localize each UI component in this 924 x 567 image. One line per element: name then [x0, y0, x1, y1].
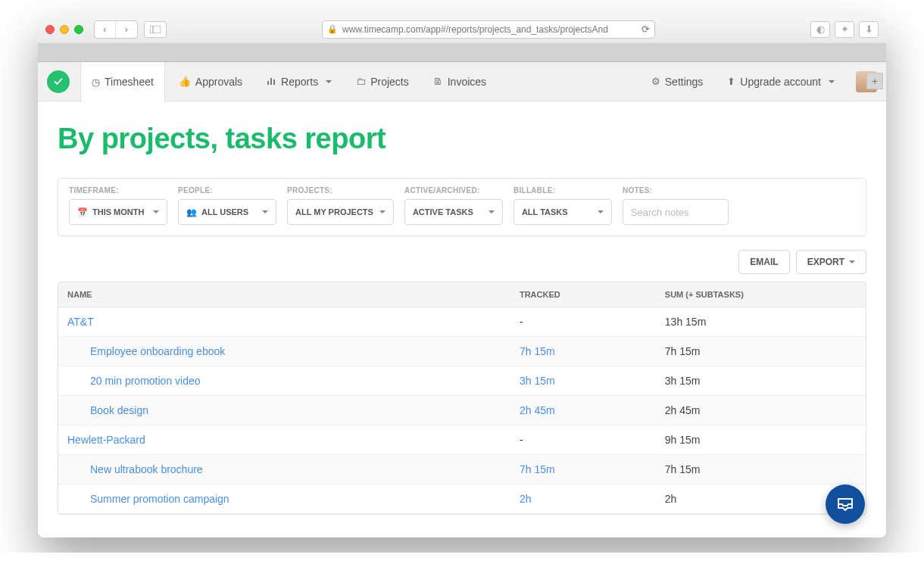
- filter-label-timeframe: TIMEFRAME:: [69, 186, 167, 195]
- filter-value: THIS MONTH: [92, 207, 144, 217]
- url-text: www.timecamp.com/app#/reports/projects_a…: [342, 24, 637, 35]
- filter-people[interactable]: 👥ALL USERS: [178, 199, 276, 225]
- filter-bar: TIMEFRAME: 📅THIS MONTH PEOPLE: 👥ALL USER…: [58, 178, 866, 236]
- back-button[interactable]: ‹: [95, 21, 116, 38]
- table-row: AT&T-13h 15m: [58, 307, 866, 337]
- nav-settings[interactable]: ⚙ Settings: [641, 62, 714, 101]
- row-sum-value: 3h 15m: [665, 375, 701, 387]
- extension-download-icon[interactable]: ⬇: [859, 21, 879, 38]
- page-content: By projects, tasks report TIMEFRAME: 📅TH…: [38, 101, 886, 515]
- row-tracked-link[interactable]: 2h 45m: [520, 404, 555, 416]
- chevron-down-icon: [489, 210, 495, 217]
- row-name-link[interactable]: Hewlett-Packard: [67, 434, 145, 446]
- maximize-window-icon[interactable]: [74, 25, 83, 34]
- filter-billable[interactable]: ALL TASKS: [514, 199, 612, 225]
- email-button[interactable]: EMAIL: [738, 250, 789, 274]
- filter-timeframe[interactable]: 📅THIS MONTH: [69, 199, 167, 225]
- browser-tabbar: +: [38, 44, 886, 62]
- extension-adblock-icon[interactable]: ◐: [810, 21, 830, 38]
- nav-timesheet[interactable]: ◷ Timesheet: [80, 62, 165, 102]
- col-header-sum[interactable]: SUM (+ SUBTASKS): [656, 282, 866, 307]
- inbox-icon: [836, 495, 854, 513]
- browser-window: ‹ › 🔒 www.timecamp.com/app#/reports/proj…: [38, 15, 886, 537]
- thumbs-up-icon: 👍: [179, 76, 191, 87]
- row-tracked-link[interactable]: 3h 15m: [520, 375, 555, 387]
- nav-label: Approvals: [195, 76, 242, 88]
- url-bar[interactable]: 🔒 www.timecamp.com/app#/reports/projects…: [322, 20, 655, 39]
- chevron-down-icon: [849, 260, 855, 266]
- row-name-link[interactable]: Book design: [67, 404, 148, 416]
- row-tracked-value: -: [520, 434, 523, 446]
- table-row: 20 min promotion video3h 15m3h 15m: [58, 366, 866, 396]
- filter-value: ALL USERS: [201, 207, 248, 217]
- document-icon: 🗎: [433, 76, 443, 87]
- nav-label: Reports: [281, 76, 318, 88]
- filter-label-active: ACTIVE/ARCHIVED:: [404, 186, 503, 195]
- col-header-name[interactable]: NAME: [58, 282, 510, 307]
- sidebar-toggle-button[interactable]: [144, 21, 167, 38]
- row-tracked-link[interactable]: 7h 15m: [520, 463, 555, 475]
- filter-label-projects: PROJECTS:: [287, 186, 394, 195]
- upload-icon: ⬆: [727, 76, 735, 87]
- report-table: NAME TRACKED SUM (+ SUBTASKS) AT&T-13h 1…: [58, 282, 866, 515]
- nav-label: Timesheet: [105, 76, 154, 88]
- nav-projects[interactable]: 🗀 Projects: [345, 62, 420, 101]
- col-header-tracked[interactable]: TRACKED: [510, 282, 656, 307]
- filter-active[interactable]: ACTIVE TASKS: [404, 199, 503, 225]
- nav-invoices[interactable]: 🗎 Invoices: [423, 62, 497, 101]
- bar-chart-icon: [267, 76, 276, 88]
- row-name-link[interactable]: Employee onboarding ebook: [67, 345, 225, 357]
- forward-button[interactable]: ›: [116, 21, 137, 38]
- calendar-icon: 📅: [77, 207, 88, 217]
- users-icon: 👥: [186, 207, 197, 217]
- nav-label: Projects: [370, 76, 409, 88]
- row-name-link[interactable]: New ultrabook brochure: [67, 463, 203, 475]
- chevron-down-icon: [598, 210, 604, 217]
- svg-rect-4: [270, 78, 272, 85]
- nav-label: Upgrade account: [740, 76, 821, 88]
- row-name-link[interactable]: 20 min promotion video: [67, 375, 201, 387]
- row-sum-value: 7h 15m: [665, 463, 701, 475]
- row-tracked-link[interactable]: 2h: [520, 493, 532, 505]
- row-sum-value: 13h 15m: [665, 316, 706, 328]
- nav-label: Invoices: [448, 76, 486, 88]
- logo[interactable]: [47, 70, 70, 93]
- svg-rect-3: [267, 81, 269, 85]
- button-label: EMAIL: [750, 257, 778, 267]
- export-button[interactable]: EXPORT: [796, 250, 866, 274]
- clock-icon: ◷: [92, 76, 100, 88]
- filter-label-notes: NOTES:: [623, 186, 729, 195]
- browser-chrome: ‹ › 🔒 www.timecamp.com/app#/reports/proj…: [38, 15, 886, 44]
- close-window-icon[interactable]: [45, 25, 55, 34]
- table-row: Employee onboarding ebook7h 15m7h 15m: [58, 337, 866, 366]
- traffic-lights: [45, 25, 83, 34]
- minimize-window-icon[interactable]: [60, 25, 69, 34]
- row-sum-value: 2h 45m: [665, 404, 701, 416]
- nav-back-forward: ‹ ›: [94, 20, 138, 39]
- row-name-link[interactable]: AT&T: [67, 316, 94, 328]
- row-name-link[interactable]: Summer promotion campaign: [67, 493, 229, 505]
- filter-value: ACTIVE TASKS: [413, 207, 473, 217]
- table-row: Book design2h 45m2h 45m: [58, 396, 866, 425]
- table-row: Summer promotion campaign2h2h: [58, 484, 866, 514]
- chevron-down-icon: [379, 210, 386, 217]
- row-tracked-link[interactable]: 7h 15m: [520, 345, 555, 357]
- nav-reports[interactable]: Reports: [256, 62, 342, 101]
- chat-fab[interactable]: [826, 484, 865, 524]
- chevron-down-icon: [262, 210, 268, 217]
- filter-projects[interactable]: ALL MY PROJECTS: [287, 199, 394, 225]
- notes-search-input[interactable]: [623, 199, 729, 225]
- chevron-down-icon: [153, 210, 159, 217]
- nav-label: Settings: [665, 76, 704, 88]
- new-tab-button[interactable]: +: [866, 73, 883, 89]
- actions-row: EMAIL EXPORT: [58, 250, 866, 274]
- lock-icon: 🔒: [327, 24, 338, 34]
- reload-button[interactable]: ⟳: [641, 23, 650, 35]
- page-title: By projects, tasks report: [58, 123, 866, 155]
- table-row: Hewlett-Packard-9h 15m: [58, 425, 866, 455]
- table-row: New ultrabook brochure7h 15m7h 15m: [58, 455, 866, 484]
- nav-upgrade[interactable]: ⬆ Upgrade account: [716, 62, 845, 101]
- svg-rect-0: [150, 26, 161, 33]
- nav-approvals[interactable]: 👍 Approvals: [168, 62, 253, 101]
- extension-puzzle-icon[interactable]: ✦: [835, 21, 854, 38]
